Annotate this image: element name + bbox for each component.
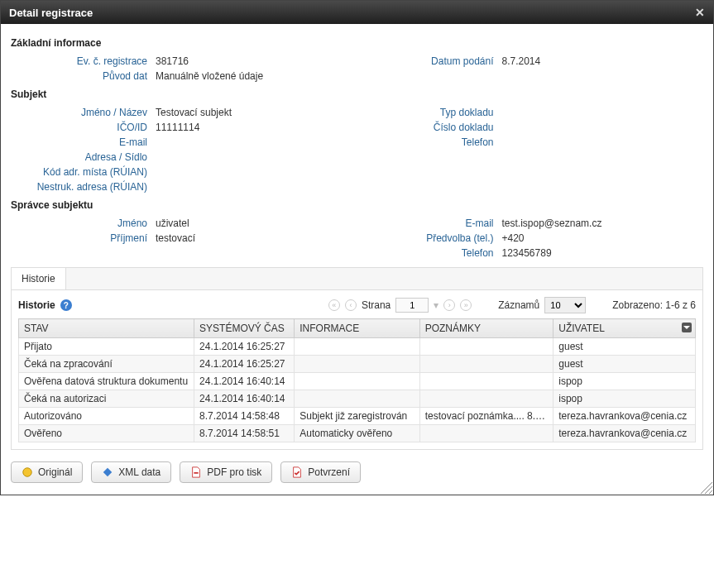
- shown-range: Zobrazeno: 1-6 z 6: [612, 299, 696, 311]
- cell-info: [295, 356, 419, 373]
- cell-notes: [419, 425, 553, 442]
- resize-handle[interactable]: [700, 481, 713, 495]
- value-name: Testovací subjekt: [156, 107, 232, 118]
- next-page-icon[interactable]: ›: [443, 299, 455, 311]
- cell-info: [295, 338, 419, 356]
- label-admin-name: Jméno: [11, 218, 156, 229]
- label-phone: Telefon: [357, 136, 502, 148]
- col-user[interactable]: UŽIVATEL: [553, 319, 696, 338]
- page-input[interactable]: [395, 298, 429, 313]
- label-ruian2: Nestruk. adresa (RÚIAN): [11, 181, 156, 193]
- records-select[interactable]: 10: [544, 297, 586, 313]
- cell-state: Autorizováno: [19, 408, 194, 425]
- section-basic-heading: Základní informace: [11, 37, 703, 49]
- cell-state: Čeká na autorizaci: [19, 390, 194, 408]
- column-menu-icon[interactable]: [682, 323, 692, 332]
- last-page-icon[interactable]: »: [460, 299, 472, 311]
- label-origin: Původ dat: [11, 70, 156, 82]
- table-row[interactable]: Ověřeno8.7.2014 14:58:51Automaticky ověř…: [19, 425, 696, 442]
- cell-state: Ověřena datová struktura dokumentu: [19, 373, 194, 390]
- cell-user: ispop: [553, 373, 696, 390]
- cell-info: [295, 373, 419, 390]
- label-admin-email: E-mail: [357, 218, 502, 229]
- history-scroll[interactable]: STAV SYSTÉMOVÝ ČAS INFORMACE POZNÁMKY UŽ…: [18, 318, 696, 442]
- value-admin-email: test.ispop@seznam.cz: [502, 218, 602, 229]
- cell-info: Automaticky ověřeno: [295, 425, 419, 442]
- label-ico: IČO/ID: [11, 122, 156, 133]
- col-info[interactable]: INFORMACE: [295, 319, 419, 338]
- cell-time: 24.1.2014 16:40:14: [194, 390, 295, 408]
- pdf-button[interactable]: PDF pro tisk: [180, 461, 272, 483]
- cell-user: tereza.havrankova@cenia.cz: [553, 408, 696, 425]
- table-row[interactable]: Čeká na autorizaci24.1.2014 16:40:14ispo…: [19, 390, 696, 408]
- label-evc: Ev. č. registrace: [11, 55, 156, 67]
- cell-notes: [419, 356, 553, 373]
- section-admin-heading: Správce subjektu: [11, 199, 703, 211]
- titlebar: Detail registrace ✕: [1, 1, 713, 24]
- label-admin-prefix: Předvolba (tel.): [357, 232, 502, 244]
- label-email: E-mail: [11, 136, 156, 148]
- cell-info: Subjekt již zaregistrován: [295, 408, 419, 425]
- original-icon: [22, 466, 33, 478]
- button-bar: Originál XML data PDF pro tisk Potvrzení: [1, 453, 713, 495]
- prev-page-icon[interactable]: ‹: [345, 299, 357, 311]
- col-state[interactable]: STAV: [19, 319, 194, 338]
- cell-info: [295, 390, 419, 408]
- cell-user: tereza.havrankova@cenia.cz: [553, 425, 696, 442]
- close-icon[interactable]: ✕: [695, 6, 705, 19]
- history-title: Historie: [18, 299, 55, 311]
- tabbar: Historie: [11, 267, 703, 289]
- label-date: Datum podání: [357, 55, 502, 67]
- original-button[interactable]: Originál: [11, 461, 83, 483]
- svg-rect-2: [194, 472, 199, 474]
- records-label: Záznamů: [498, 299, 539, 311]
- confirm-icon: [291, 466, 303, 478]
- window-title: Detail registrace: [9, 7, 93, 19]
- cell-time: 24.1.2014 16:40:14: [194, 373, 295, 390]
- svg-point-0: [23, 468, 32, 477]
- dialog-window: Detail registrace ✕ Základní informace E…: [0, 0, 714, 495]
- pdf-icon: [190, 466, 202, 478]
- col-notes[interactable]: POZNÁMKY: [419, 319, 553, 338]
- cell-notes: [419, 373, 553, 390]
- cell-user: ispop: [553, 390, 696, 408]
- label-addr: Adresa / Sídlo: [11, 151, 156, 163]
- label-docnum: Číslo dokladu: [357, 122, 502, 133]
- table-row[interactable]: Autorizováno8.7.2014 14:58:48Subjekt již…: [19, 408, 696, 425]
- value-admin-surname: testovací: [156, 232, 195, 244]
- table-row[interactable]: Přijato24.1.2014 16:25:27guest: [19, 338, 696, 356]
- value-date: 8.7.2014: [502, 55, 541, 67]
- cell-state: Přijato: [19, 338, 194, 356]
- confirm-button[interactable]: Potvrzení: [280, 461, 361, 483]
- xml-icon: [102, 466, 113, 478]
- help-icon[interactable]: ?: [60, 299, 72, 311]
- first-page-icon[interactable]: «: [328, 299, 340, 311]
- svg-marker-1: [103, 468, 113, 477]
- cell-state: Čeká na zpracování: [19, 356, 194, 373]
- label-admin-phone: Telefon: [357, 247, 502, 259]
- value-admin-name: uživatel: [156, 218, 189, 229]
- history-table: STAV SYSTÉMOVÝ ČAS INFORMACE POZNÁMKY UŽ…: [18, 318, 696, 442]
- cell-notes: [419, 338, 553, 356]
- history-panel: Historie ? « ‹ Strana ▾ › » Záznamů 10 Z…: [11, 289, 703, 450]
- cell-notes: testovací poznámka.... 8.7.2014: [419, 408, 553, 425]
- value-ico: 11111114: [156, 122, 199, 133]
- cell-time: 8.7.2014 14:58:48: [194, 408, 295, 425]
- cell-state: Ověřeno: [19, 425, 194, 442]
- table-row[interactable]: Čeká na zpracování24.1.2014 16:25:27gues…: [19, 356, 696, 373]
- label-doctype: Typ dokladu: [357, 107, 502, 118]
- table-row[interactable]: Ověřena datová struktura dokumentu24.1.2…: [19, 373, 696, 390]
- value-admin-phone: 123456789: [502, 247, 552, 259]
- cell-user: guest: [553, 356, 696, 373]
- cell-time: 8.7.2014 14:58:51: [194, 425, 295, 442]
- label-name: Jméno / Název: [11, 107, 156, 118]
- cell-user: guest: [553, 338, 696, 356]
- cell-time: 24.1.2014 16:25:27: [194, 356, 295, 373]
- pager: « ‹ Strana ▾ › » Záznamů 10 Zobrazeno: 1…: [328, 297, 696, 313]
- section-subject-heading: Subjekt: [11, 88, 703, 100]
- cell-notes: [419, 390, 553, 408]
- tab-history[interactable]: Historie: [12, 268, 66, 289]
- value-evc: 381716: [156, 55, 189, 67]
- col-time[interactable]: SYSTÉMOVÝ ČAS: [194, 319, 295, 338]
- xml-button[interactable]: XML data: [91, 461, 171, 483]
